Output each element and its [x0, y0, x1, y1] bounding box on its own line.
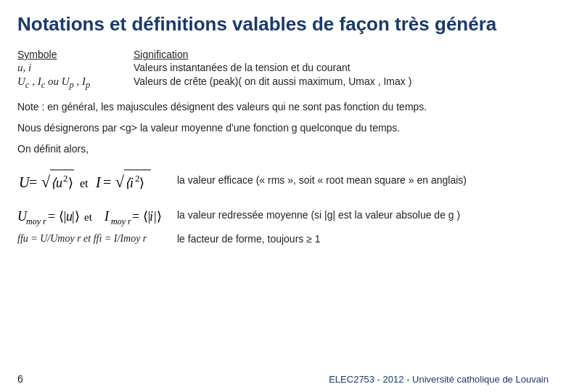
svg-text:=: =	[29, 174, 37, 190]
symbol-2: Uc , Ic ou Up , Ip	[17, 75, 134, 91]
svg-text:⟨i: ⟨i	[125, 176, 134, 190]
formula-block-1: U = √ ⟨u 2 ⟩ et I = √ ⟨i 2 ⟩ la valeu	[17, 163, 549, 197]
definitions-table: Symbole Signification u, i Valeurs insta…	[17, 49, 549, 92]
note-3: On définit alors,	[17, 142, 549, 157]
symbol-1: u, i	[17, 62, 134, 74]
formula-block-3: ffu = U/Umoy r et ffi = I/Imoy r le fact…	[17, 232, 549, 245]
note-2-text: Nous désignerons par <g> la valeur moyen…	[17, 122, 400, 134]
sub-p: p	[70, 80, 74, 90]
svg-text:2: 2	[63, 173, 68, 184]
svg-text:I: I	[95, 174, 102, 190]
page-title: Notations et définitions valables de faç…	[17, 13, 549, 36]
svg-text:moy r: moy r	[26, 216, 46, 226]
formula-2-desc: la valeur redressée moyenne (si |g| est …	[170, 209, 549, 221]
note-1: Note : en général, les majuscules désign…	[17, 99, 549, 115]
table-row-1: u, i Valeurs instantanées de la tension …	[17, 62, 549, 74]
signif-1: Valeurs instantanées de la tension et du…	[134, 62, 549, 73]
svg-text:⟩: ⟩	[68, 176, 73, 190]
sub-c: c	[25, 80, 30, 90]
page: Notations et définitions valables de faç…	[0, 0, 566, 392]
svg-text:i: i	[149, 209, 153, 224]
formula-2-svg: U moy r = ⟨| u |⟩ et I moy r = ⟨| i |⟩	[17, 200, 170, 229]
svg-text:et: et	[80, 177, 89, 189]
svg-text:|⟩: |⟩	[154, 209, 162, 224]
svg-text:= ⟨|: = ⟨|	[48, 209, 66, 224]
formula-1-image: U = √ ⟨u 2 ⟩ et I = √ ⟨i 2 ⟩	[17, 163, 163, 197]
svg-text:√: √	[41, 173, 51, 191]
col-header-signif: Signification	[134, 49, 549, 60]
col-header-symbol: Symbole	[17, 49, 134, 60]
footer-institution: ELEC2753 - 2012 - Université catholique …	[39, 374, 549, 385]
formula-3-text: ffu = U/Umoy r et ffi = I/Imoy r	[17, 233, 147, 244]
svg-text:|⟩: |⟩	[72, 209, 80, 224]
svg-text:⟩: ⟩	[139, 176, 144, 190]
footer: 6 ELEC2753 - 2012 - Université catholiqu…	[0, 373, 566, 385]
svg-text:et: et	[84, 211, 93, 223]
svg-text:= ⟨|: = ⟨|	[132, 209, 150, 224]
sub-p2: p	[86, 80, 90, 90]
formula-3-left: ffu = U/Umoy r et ffi = I/Imoy r	[17, 232, 170, 245]
formula-block-2: U moy r = ⟨| u |⟩ et I moy r = ⟨| i |⟩ l…	[17, 200, 549, 229]
svg-text:⟨u: ⟨u	[51, 176, 62, 190]
table-row-2: Uc , Ic ou Up , Ip Valeurs de crête (pea…	[17, 75, 549, 91]
signif-2: Valeurs de crête (peak)( on dit aussi ma…	[134, 75, 549, 87]
svg-text:moy r: moy r	[111, 216, 131, 226]
formula-2-image: U moy r = ⟨| u |⟩ et I moy r = ⟨| i |⟩	[17, 200, 170, 229]
svg-text:I: I	[104, 209, 110, 224]
formula-1-svg: U = √ ⟨u 2 ⟩ et I = √ ⟨i 2 ⟩	[17, 163, 170, 197]
svg-text:=: =	[103, 174, 111, 190]
svg-text:√: √	[115, 173, 125, 191]
sub-c2: c	[41, 80, 46, 90]
formula-3-desc: le facteur de forme, toujours ≥ 1	[170, 233, 549, 245]
page-number: 6	[17, 373, 39, 385]
table-header-row: Symbole Signification	[17, 49, 549, 60]
note-2: Nous désignerons par <g> la valeur moyen…	[17, 121, 549, 136]
formula-1-desc: la valeur efficace (« rms », soit « root…	[170, 174, 549, 186]
